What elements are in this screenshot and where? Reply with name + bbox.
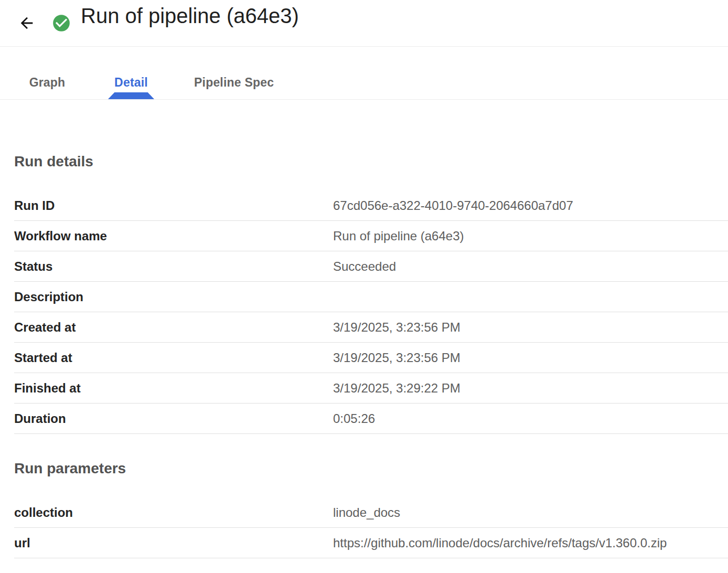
detail-panel: Run details Run ID 67cd056e-a322-4010-97…	[0, 100, 728, 558]
run-details-table: Run ID 67cd056e-a322-4010-9740-2064660a7…	[14, 190, 728, 434]
table-row-finished-at: Finished at 3/19/2025, 3:29:22 PM	[14, 373, 728, 404]
field-label: Duration	[14, 411, 333, 426]
field-value: Succeeded	[333, 259, 396, 274]
field-label: Status	[14, 259, 333, 274]
field-value: 3/19/2025, 3:23:56 PM	[333, 320, 461, 335]
table-row-workflow-name: Workflow name Run of pipeline (a64e3)	[14, 221, 728, 251]
field-label: Started at	[14, 351, 333, 365]
tab-pipeline-spec[interactable]: Pipeline Spec	[173, 66, 295, 99]
back-button[interactable]	[17, 14, 36, 33]
tab-bar: Graph Detail Pipeline Spec	[0, 47, 728, 100]
field-value: 67cd056e-a322-4010-9740-2064660a7d07	[333, 198, 573, 213]
param-name: url	[14, 536, 333, 550]
field-label: Created at	[14, 320, 333, 335]
param-value: linode_docs	[333, 505, 400, 520]
field-value: 0:05:26	[333, 411, 375, 426]
param-name: collection	[14, 505, 333, 520]
table-row-description: Description	[14, 282, 728, 312]
tab-graph[interactable]: Graph	[5, 66, 89, 99]
run-parameters-table: collection linode_docs url https://githu…	[14, 497, 728, 558]
param-value: https://github.com/linode/docs/archive/r…	[333, 536, 667, 550]
page-header: Run of pipeline (a64e3)	[0, 0, 728, 47]
arrow-back-icon	[18, 14, 36, 32]
table-row-param-collection: collection linode_docs	[14, 497, 728, 528]
tab-detail[interactable]: Detail	[89, 66, 173, 99]
table-row-status: Status Succeeded	[14, 251, 728, 282]
table-row-run-id: Run ID 67cd056e-a322-4010-9740-2064660a7…	[14, 190, 728, 221]
run-details-heading: Run details	[14, 100, 728, 170]
field-label: Workflow name	[14, 229, 333, 243]
table-row-created-at: Created at 3/19/2025, 3:23:56 PM	[14, 312, 728, 343]
field-value: 3/19/2025, 3:29:22 PM	[333, 381, 461, 396]
field-value: Run of pipeline (a64e3)	[333, 229, 464, 243]
table-row-started-at: Started at 3/19/2025, 3:23:56 PM	[14, 343, 728, 373]
field-value: 3/19/2025, 3:23:56 PM	[333, 351, 461, 365]
table-row-duration: Duration 0:05:26	[14, 404, 728, 434]
run-parameters-heading: Run parameters	[14, 434, 728, 477]
field-label: Finished at	[14, 381, 333, 396]
table-row-param-url: url https://github.com/linode/docs/archi…	[14, 528, 728, 558]
field-label: Description	[14, 290, 333, 304]
field-label: Run ID	[14, 198, 333, 213]
page-title: Run of pipeline (a64e3)	[81, 5, 299, 26]
run-status-success-icon	[51, 13, 71, 33]
